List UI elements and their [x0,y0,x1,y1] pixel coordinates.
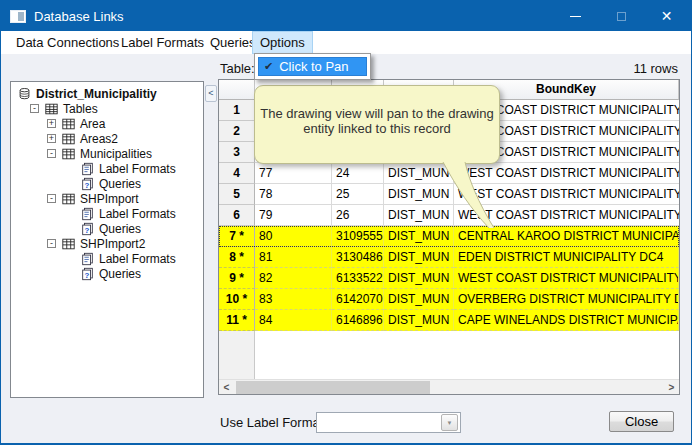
tree-item-root[interactable]: District_Municipalitiy [11,86,203,101]
tree-item-label-formats[interactable]: Label Formats [11,206,203,221]
tree-item-queries[interactable]: ? Queries [11,176,203,191]
tree-item-area[interactable]: + Area [11,116,203,131]
cell[interactable]: CENTRAL KAROO DISTRICT MUNICIPALITY DC [454,226,679,247]
row-number[interactable]: 8 * [219,247,255,268]
table-row[interactable]: 4 77 24 DIST_MUN WEST COAST DISTRICT MUN… [219,163,679,184]
tree-collapse-button[interactable]: < [205,85,217,102]
menu-item-label: Click to Pan [279,58,348,75]
cell[interactable]: 3130486 [332,247,384,268]
chevron-down-icon[interactable]: ▼ [441,414,458,431]
cell[interactable]: DIST_MUN [384,247,454,268]
database-icon [17,87,32,101]
row-number[interactable]: 4 [219,163,255,184]
scroll-right-arrow[interactable]: > [664,380,679,395]
row-number[interactable]: 3 [219,142,255,163]
row-number[interactable]: 5 [219,184,255,205]
tree-item-queries[interactable]: ? Queries [11,221,203,236]
table-row[interactable]: 6 79 26 DIST_MUN WEST COAST DISTRICT MUN… [219,205,679,226]
table-icon [61,192,76,206]
table-row-linked[interactable]: 10 * 83 6142070 DIST_MUN OVERBERG DISTRI… [219,289,679,310]
cell[interactable]: DIST_MUN [384,226,454,247]
cell[interactable]: 6142070 [332,289,384,310]
menu-options[interactable]: Options [252,31,313,54]
cell[interactable]: 78 [255,184,332,205]
cell[interactable]: 25 [332,184,384,205]
pan-tooltip: The drawing view will pan to the drawing… [254,85,500,164]
collapse-toggle[interactable]: - [47,149,56,158]
row-number[interactable]: 1 [219,100,255,121]
maximize-icon [617,12,626,21]
row-number[interactable]: 10 * [219,289,255,310]
cell[interactable]: 6146896 [332,310,384,331]
tree-item-tables[interactable]: - Tables [11,101,203,116]
scroll-left-arrow[interactable]: < [219,380,234,395]
table-row-linked[interactable]: 9 * 82 6133522 DIST_MUN WEST COAST DISTR… [219,268,679,289]
scrollbar-thumb[interactable] [236,381,430,394]
table-row-linked[interactable]: 11 * 84 6146896 DIST_MUN CAPE WINELANDS … [219,310,679,331]
cell[interactable]: WEST COAST DISTRICT MUNICIPALITY DC1 [454,268,679,289]
close-button[interactable]: Close [609,411,674,432]
tree-item-shpimport2[interactable]: - SHPImport2 [11,236,203,251]
label-format-combobox[interactable]: ▼ [316,412,461,433]
tree-item-queries[interactable]: ? Queries [11,266,203,281]
cell[interactable]: WEST COAST DISTRICT MUNICIPALITY DC1 [454,205,679,226]
maximize-button [599,1,644,31]
cell[interactable]: 83 [255,289,332,310]
checkmark-icon: ✔ [264,58,273,75]
use-label-format-label: Use Label Format: [220,415,327,430]
cell[interactable]: WEST COAST DISTRICT MUNICIPALITY DC1 [454,184,679,205]
tree-item-label: Queries [99,222,141,236]
row-number[interactable]: 7 * [219,226,255,247]
cell[interactable]: DIST_MUN [384,268,454,289]
cell[interactable]: DIST_MUN [384,163,454,184]
close-window-button[interactable]: ✕ [644,1,689,31]
row-number[interactable]: 6 [219,205,255,226]
label-formats-icon [80,252,95,266]
row-count: 11 rows [633,61,678,76]
menu-label-formats[interactable]: Label Formats [114,31,211,54]
menu-bar: Data Connections Label Formats Queries O… [1,31,691,54]
cell[interactable]: 82 [255,268,332,289]
cell[interactable]: EDEN DISTRICT MUNICIPALITY DC4 [454,247,679,268]
cell[interactable]: WEST COAST DISTRICT MUNICIPALITY DC1 [454,163,679,184]
collapse-toggle[interactable]: - [30,104,39,113]
table-row-linked-selected[interactable]: 7 * 80 3109555 DIST_MUN CENTRAL KAROO DI… [219,226,679,247]
cell[interactable]: 80 [255,226,332,247]
row-number[interactable]: 9 * [219,268,255,289]
cell[interactable]: CAPE WINELANDS DISTRICT MUNICIPALITY D [454,310,679,331]
tree-item-label: Label Formats [99,207,176,221]
tree-item-label-formats[interactable]: Label Formats [11,161,203,176]
table-row-linked[interactable]: 8 * 81 3130486 DIST_MUN EDEN DISTRICT MU… [219,247,679,268]
tree-item-shpimport[interactable]: - SHPImport [11,191,203,206]
close-icon: ✕ [661,8,673,24]
cell[interactable]: 84 [255,310,332,331]
row-number[interactable]: 11 * [219,310,255,331]
tree-item-areas2[interactable]: + Areas2 [11,131,203,146]
horizontal-scrollbar[interactable]: < > [219,379,679,394]
cell[interactable]: DIST_MUN [384,205,454,226]
cell[interactable]: DIST_MUN [384,184,454,205]
tree-item-label: Areas2 [80,132,118,146]
cell[interactable]: OVERBERG DISTRICT MUNICIPALITY DC3 [454,289,679,310]
table-row[interactable]: 5 78 25 DIST_MUN WEST COAST DISTRICT MUN… [219,184,679,205]
menu-data-connections[interactable]: Data Connections [9,31,126,54]
cell[interactable]: 81 [255,247,332,268]
minimize-button[interactable] [553,1,598,31]
expand-toggle[interactable]: + [47,119,56,128]
cell[interactable]: 77 [255,163,332,184]
options-menu-popup: ✔ Click to Pan [254,53,371,80]
collapse-toggle[interactable]: - [47,239,56,248]
menu-item-click-to-pan[interactable]: ✔ Click to Pan [258,57,367,76]
collapse-toggle[interactable]: - [47,194,56,203]
row-number[interactable]: 2 [219,121,255,142]
cell[interactable]: 26 [332,205,384,226]
cell[interactable]: 3109555 [332,226,384,247]
cell[interactable]: DIST_MUN [384,289,454,310]
expand-toggle[interactable]: + [47,134,56,143]
tree-item-label-formats[interactable]: Label Formats [11,251,203,266]
cell[interactable]: 24 [332,163,384,184]
cell[interactable]: 6133522 [332,268,384,289]
tree-item-municipalities[interactable]: - Municipalities [11,146,203,161]
cell[interactable]: 79 [255,205,332,226]
cell[interactable]: DIST_MUN [384,310,454,331]
